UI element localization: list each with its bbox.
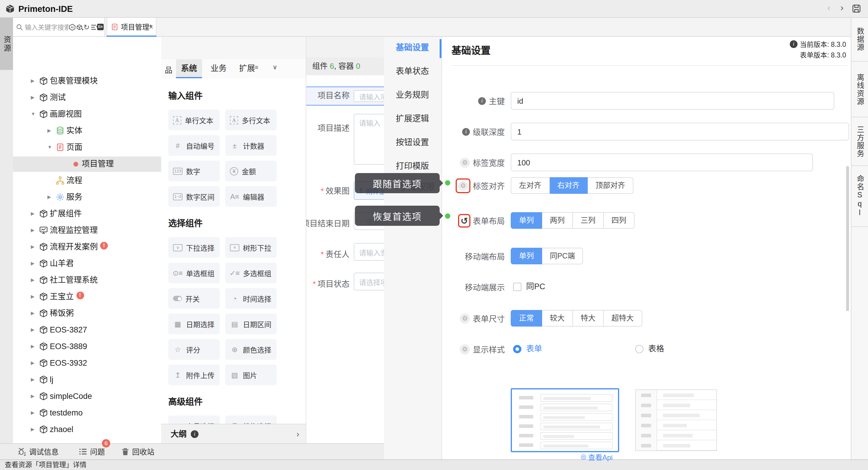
expand-arrow-icon[interactable]: ▶: [31, 261, 34, 266]
tree-item-画廊视图[interactable]: ▼画廊视图: [13, 107, 172, 122]
palette-list-icon[interactable]: ≡: [255, 64, 258, 70]
palette-item-时间选择[interactable]: ◔时间选择: [225, 288, 277, 309]
palette-collapse-icon[interactable]: ∨: [273, 63, 277, 71]
palette-grid-icon[interactable]: 品: [165, 64, 173, 75]
segment-三列[interactable]: 三列: [573, 212, 604, 229]
palette-item-日期区间[interactable]: ▤日期区间: [225, 314, 277, 334]
tree-item-EOS-3889[interactable]: ▶EOS-3889: [13, 339, 172, 354]
tree-item-稀饭粥[interactable]: ▶稀饭粥: [13, 306, 172, 321]
palette-item-编辑器[interactable]: A≡编辑器: [225, 186, 277, 207]
palette-item-颜色选择[interactable]: ⊛颜色选择: [225, 339, 277, 360]
segment-单列[interactable]: 单列: [511, 248, 542, 264]
tree-item-王宝立[interactable]: ▶王宝立!: [13, 289, 172, 305]
panel-scrollbar[interactable]: [846, 166, 849, 311]
palette-item-自动编号[interactable]: #自动编号: [168, 135, 220, 156]
expand-arrow-icon[interactable]: ▶: [31, 78, 34, 84]
expand-arrow-icon[interactable]: ▶: [31, 228, 34, 233]
checkbox-同PC[interactable]: [513, 283, 521, 291]
segment-正常[interactable]: 正常: [511, 310, 542, 327]
tree-item-实体[interactable]: ▶实体: [13, 123, 172, 139]
tree-item-扩展组件[interactable]: ▶扩展组件: [13, 206, 172, 222]
settings-menu-item-打印模版[interactable]: 打印模版: [396, 160, 429, 172]
tree-item-simpleCode[interactable]: ▶simpleCode: [13, 389, 172, 404]
tree-item-项目管理[interactable]: 项目管理: [13, 156, 172, 172]
palette-item-人员选择[interactable]: ○人员选择: [168, 415, 220, 424]
settings-menu-item-按钮设置[interactable]: 按钮设置: [396, 136, 429, 148]
settings-menu-item-基础设置[interactable]: 基础设置: [396, 41, 429, 53]
nav-forward-icon[interactable]: ›: [837, 2, 847, 13]
palette-item-单行文本[interactable]: A单行文本: [168, 110, 220, 130]
palette-item-计数器[interactable]: ±计数器: [225, 135, 277, 156]
palette-item-附件上传[interactable]: ↥附件上传: [168, 364, 220, 385]
expand-arrow-icon[interactable]: ▶: [31, 410, 34, 415]
segment-四列[interactable]: 四列: [604, 212, 634, 229]
outline-expand-icon[interactable]: ›: [297, 424, 299, 443]
tree-item-EOS-3827[interactable]: ▶EOS-3827: [13, 322, 172, 338]
expand-arrow-icon[interactable]: ▶: [31, 244, 34, 249]
expand-arrow-icon[interactable]: ▶: [48, 195, 51, 200]
tree-item-测试[interactable]: ▶测试: [13, 90, 172, 106]
expand-arrow-icon[interactable]: ▶: [31, 327, 34, 332]
settings-menu-item-表单状态[interactable]: 表单状态: [396, 65, 429, 77]
segment-较大[interactable]: 较大: [542, 310, 573, 327]
collapse-arrow-icon[interactable]: ▼: [31, 111, 36, 117]
dock-tab-离线资源[interactable]: 离线资源: [851, 62, 868, 117]
panel-input-主键[interactable]: id: [511, 92, 834, 110]
tree-item-页面[interactable]: ▼页面: [13, 140, 172, 155]
expand-arrow-icon[interactable]: ▶: [31, 95, 34, 100]
tree-item-包裹管理模块[interactable]: ▶包裹管理模块: [13, 74, 172, 89]
problems-button[interactable]: 问题: [79, 443, 105, 459]
segment-超特大[interactable]: 超特大: [604, 310, 642, 327]
tree-item-服务[interactable]: ▶服务: [13, 190, 172, 205]
dock-tab-三方服务[interactable]: 三方服务: [851, 117, 868, 166]
nav-back-icon[interactable]: ‹: [824, 2, 834, 13]
tree-item-山羊君[interactable]: ▶山羊君: [13, 256, 172, 271]
palette-item-机构选择[interactable]: 品机构选择: [225, 415, 277, 424]
expand-arrow-icon[interactable]: ▶: [31, 211, 34, 216]
segment-两列[interactable]: 两列: [542, 212, 573, 229]
palette-item-评分[interactable]: ☆评分: [168, 339, 220, 360]
expand-arrow-icon[interactable]: ▶: [31, 427, 34, 432]
radio-表单[interactable]: [513, 345, 521, 353]
tree-item-zhaoel[interactable]: ▶zhaoel: [13, 422, 172, 437]
view-api-link[interactable]: ◎查看Api: [581, 452, 613, 462]
activity-tab-resources[interactable]: 资源: [0, 18, 13, 70]
segment-顶部对齐[interactable]: 顶部对齐: [588, 177, 633, 194]
tree-item-社工管理系统[interactable]: ▶社工管理系统: [13, 273, 172, 288]
tree-item-流程监控管理[interactable]: ▶流程监控管理: [13, 223, 172, 238]
new-module-icon[interactable]: [76, 24, 84, 31]
table-style-preview[interactable]: [635, 389, 717, 451]
save-icon[interactable]: [852, 4, 861, 13]
expand-arrow-icon[interactable]: ▶: [31, 294, 34, 299]
recycle-bin-button[interactable]: 回收站: [121, 443, 154, 459]
expand-arrow-icon[interactable]: ▶: [31, 311, 34, 316]
search-icon[interactable]: [16, 24, 23, 31]
palette-item-数字区间[interactable]: 1~3数字区间: [168, 186, 220, 207]
tab-close-icon[interactable]: ×: [148, 18, 155, 37]
sort-icon[interactable]: [91, 24, 98, 31]
palette-tab-系统[interactable]: 系统: [176, 59, 202, 78]
expand-arrow-icon[interactable]: ▶: [31, 277, 34, 283]
palette-item-树形下拉[interactable]: ≡树形下拉: [225, 237, 277, 258]
dock-tab-数据源[interactable]: 数据源: [851, 18, 868, 62]
panel-input-级联深度[interactable]: 1: [511, 123, 849, 141]
panel-input-标签宽度[interactable]: 100: [511, 153, 813, 171]
segment-单列[interactable]: 单列: [511, 212, 542, 229]
expand-arrow-icon[interactable]: ▶: [31, 393, 34, 399]
tree-item-lj[interactable]: ▶lj: [13, 372, 172, 388]
dock-tab-命名Sql[interactable]: 命名Sql: [851, 166, 868, 227]
palette-item-下拉选择[interactable]: ∨下拉选择: [168, 237, 220, 258]
palette-item-数字[interactable]: 123数字: [168, 160, 220, 181]
tree-item-testdemo[interactable]: ▶testdemo: [13, 405, 172, 421]
palette-item-日期选择[interactable]: ▦日期选择: [168, 314, 220, 334]
segment-右对齐[interactable]: 右对齐: [550, 177, 588, 194]
palette-item-单选框组[interactable]: ⊙≡单选框组: [168, 263, 220, 283]
outline-footer[interactable]: 大纲 i ›: [161, 424, 306, 443]
expand-arrow-icon[interactable]: ▶: [48, 128, 51, 134]
debug-info-button[interactable]: 调试信息: [18, 443, 59, 459]
palette-tab-业务[interactable]: 业务: [207, 59, 230, 78]
search-input[interactable]: 输入关键字搜索: [25, 18, 69, 37]
palette-item-图片[interactable]: ▧图片: [225, 364, 277, 385]
tree-item-流程开发案例[interactable]: ▶流程开发案例!: [13, 239, 172, 255]
palette-item-多行文本[interactable]: A多行文本: [225, 110, 277, 130]
